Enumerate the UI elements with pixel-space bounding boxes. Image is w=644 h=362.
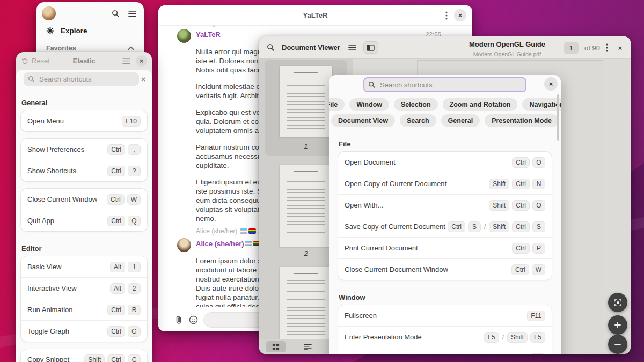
zoom-out-button[interactable] (608, 335, 627, 354)
shortcut-label: Toggle Graph (27, 327, 107, 335)
category-pill[interactable]: Document View (331, 114, 395, 127)
shortcut-row: Enter Presentation ModeF5/ShiftF5 (338, 326, 552, 348)
shortcut-keys: CtrlQ (107, 216, 141, 226)
close-icon[interactable]: × (614, 42, 626, 54)
shortcut-keys: Alt1 (110, 262, 141, 272)
shortcut-label: Basic View (27, 263, 110, 271)
keycap: O (532, 157, 545, 168)
shortcut-row: FullscreenF11 (338, 305, 552, 326)
shortcut-label: Close Current Window (27, 195, 107, 203)
shortcut-row: Close Current Document WindowCtrlW (338, 258, 552, 280)
category-pill[interactable]: General (441, 114, 480, 127)
shortcut-keys: F11 (527, 311, 545, 321)
emoji-icon[interactable] (189, 315, 198, 324)
keycap: Ctrl (512, 221, 530, 232)
kebab-menu-icon[interactable] (445, 11, 448, 20)
document-viewer-window: Document Viewer Modern OpenGL Guide Mode… (259, 36, 631, 354)
shortcut-search-field[interactable] (24, 72, 139, 86)
shortcut-search-input[interactable] (379, 80, 522, 90)
shortcut-row: Show PreferencesCtrl, (21, 139, 147, 160)
keycap: Ctrl (107, 305, 125, 315)
keycap: Shift (489, 200, 509, 211)
zoom-in-button[interactable] (608, 315, 627, 335)
thumbnail-page (280, 66, 332, 137)
clear-search-icon[interactable]: × (139, 75, 148, 84)
category-pill[interactable]: Presentation Mode (485, 114, 559, 127)
reset-button[interactable]: Reset (21, 57, 50, 65)
menu-icon[interactable] (348, 44, 356, 51)
keycap: W (127, 194, 141, 205)
category-pill[interactable]: File (329, 98, 345, 111)
avatar[interactable] (177, 238, 191, 252)
shortcut-row: Close Current WindowCtrlW (21, 189, 147, 210)
keycap: Ctrl (448, 221, 465, 232)
avatar[interactable] (177, 29, 191, 43)
shortcut-label: Open Copy of Current Document (345, 180, 489, 188)
shortcut-search-input[interactable] (38, 75, 135, 84)
close-icon[interactable]: × (454, 9, 466, 21)
category-pill-row: FileWindowSelectionZoom and RotationNavi… (329, 98, 561, 111)
shortcut-keys: F10 (122, 116, 141, 127)
category-pill[interactable]: Window (349, 98, 389, 111)
elastic-shortcuts-window: Reset Elastic × × GeneralOpen Menu (16, 52, 152, 362)
category-pill[interactable]: Zoom and Rotation (443, 98, 518, 111)
outline-mode-icon[interactable] (304, 344, 312, 350)
sidebar-item-explore[interactable]: Explore (36, 24, 144, 38)
category-pill[interactable]: Selection (394, 98, 438, 111)
shortcut-keys: F5/ShiftF5 (484, 332, 545, 343)
shortcut-row: Side PaneF9 (338, 348, 552, 354)
shortcut-keys: ShiftCtrlC (84, 354, 141, 362)
fit-page-button[interactable] (608, 293, 627, 312)
category-pill[interactable]: Search (400, 114, 436, 127)
shortcut-keys: Ctrl, (107, 144, 141, 155)
sidebar-toggle-button[interactable] (363, 41, 378, 54)
category-pill[interactable]: Navigation (522, 98, 561, 111)
page-number-field[interactable]: 1 (564, 42, 579, 54)
document-viewer-body: 1 2 (259, 59, 631, 354)
attachment-icon[interactable] (174, 315, 183, 324)
shortcut-label: Show Shortcuts (27, 167, 107, 175)
kebab-menu-icon[interactable] (606, 43, 608, 52)
shortcut-row: Run AnimationCtrlR (21, 299, 147, 320)
user-avatar[interactable] (42, 6, 56, 20)
menu-icon[interactable] (122, 57, 130, 64)
keycap: G (128, 326, 141, 337)
section-label: Editor (21, 245, 147, 253)
keycap: F9 (530, 353, 545, 354)
keycap: Ctrl (512, 243, 530, 254)
shortcut-row: Open With...ShiftCtrlO (338, 194, 552, 216)
thumbnail-content (287, 179, 325, 240)
explore-icon (46, 27, 54, 35)
shortcut-card: Open MenuF10 (20, 110, 148, 132)
scrollbar[interactable] (557, 94, 559, 141)
search-icon[interactable] (267, 43, 275, 51)
keycap: W (532, 264, 545, 275)
close-icon[interactable]: × (136, 55, 147, 67)
keycap: F11 (527, 311, 545, 321)
close-icon[interactable]: × (544, 77, 558, 91)
shortcut-card: Open DocumentCtrlOOpen Copy of Current D… (338, 151, 552, 280)
shortcut-row: Open DocumentCtrlO (338, 152, 552, 173)
keycap: ? (128, 166, 141, 176)
thumbnail-page (280, 165, 332, 247)
keycap: O (532, 200, 545, 211)
shortcut-search-field[interactable] (363, 77, 526, 92)
shortcut-card: Copy SnippetShiftCtrlC (20, 349, 148, 362)
menu-icon[interactable] (128, 10, 136, 17)
shortcut-label: Save Copy of Current Document (345, 223, 448, 231)
chevron-up-icon[interactable] (128, 46, 134, 50)
elastic-title: Elastic (73, 57, 96, 65)
elastic-shortcut-sections: GeneralOpen MenuF10Show PreferencesCtrl,… (20, 99, 148, 362)
rainbow-flag-icon (248, 228, 256, 234)
thumbnails-mode-button[interactable] (266, 341, 286, 352)
search-icon (28, 76, 35, 83)
chat-header: YaLTeR × (158, 5, 472, 25)
shortcut-keys: Alt2 (110, 283, 141, 294)
shortcut-row: Copy SnippetShiftCtrlC (21, 349, 147, 362)
search-icon[interactable] (112, 10, 120, 18)
keycap: Alt (110, 262, 125, 272)
sidebar-section-favorites[interactable]: Favorites (36, 38, 144, 52)
explore-label: Explore (61, 27, 87, 35)
keycap: C (128, 354, 141, 362)
shortcut-label: Run Animation (27, 306, 107, 314)
